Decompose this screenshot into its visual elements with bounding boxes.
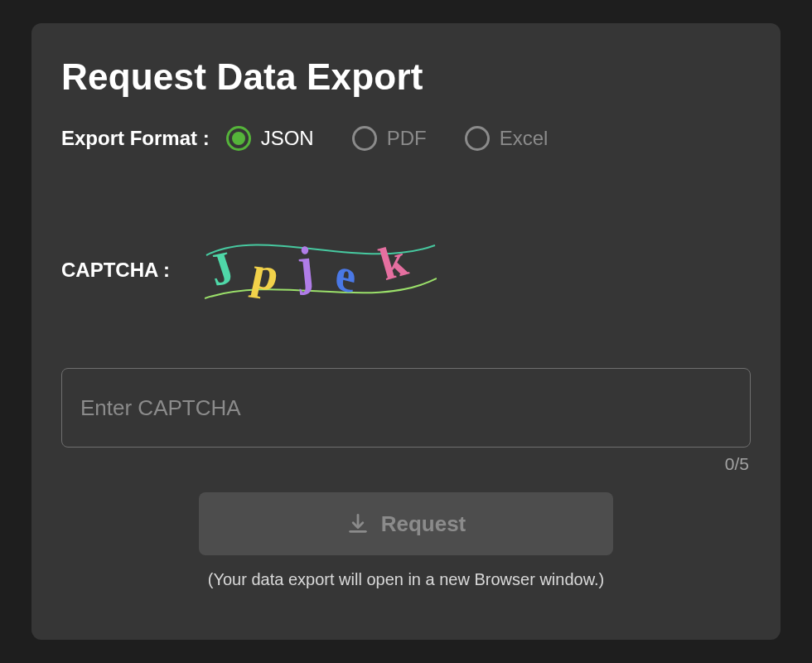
captcha-image: J p j e k [205, 230, 437, 310]
request-button[interactable]: Request [199, 492, 613, 555]
radio-circle-icon [465, 126, 490, 151]
radio-excel[interactable]: Excel [465, 126, 549, 151]
captcha-input[interactable] [61, 368, 751, 448]
radio-pdf[interactable]: PDF [352, 126, 427, 151]
export-format-row: Export Format : JSON PDF Excel [61, 126, 751, 151]
export-format-label: Export Format : [61, 127, 210, 150]
captcha-row: CAPTCHA : J p j e k [61, 230, 751, 310]
radio-excel-label: Excel [500, 127, 549, 150]
radio-pdf-label: PDF [387, 127, 427, 150]
radio-circle-icon [226, 126, 251, 151]
captcha-noise-lines-icon [205, 230, 437, 310]
radio-json[interactable]: JSON [226, 126, 314, 151]
request-button-label: Request [381, 511, 466, 537]
action-hint: (Your data export will open in a new Bro… [61, 570, 751, 589]
download-icon [346, 512, 370, 535]
captcha-input-wrap: 0/5 [61, 368, 751, 448]
captcha-counter: 0/5 [725, 454, 749, 474]
page-title: Request Data Export [61, 56, 751, 98]
captcha-label: CAPTCHA : [61, 259, 170, 282]
radio-json-label: JSON [261, 127, 314, 150]
radio-circle-icon [352, 126, 377, 151]
export-card: Request Data Export Export Format : JSON… [31, 23, 781, 640]
action-row: Request [61, 492, 751, 555]
